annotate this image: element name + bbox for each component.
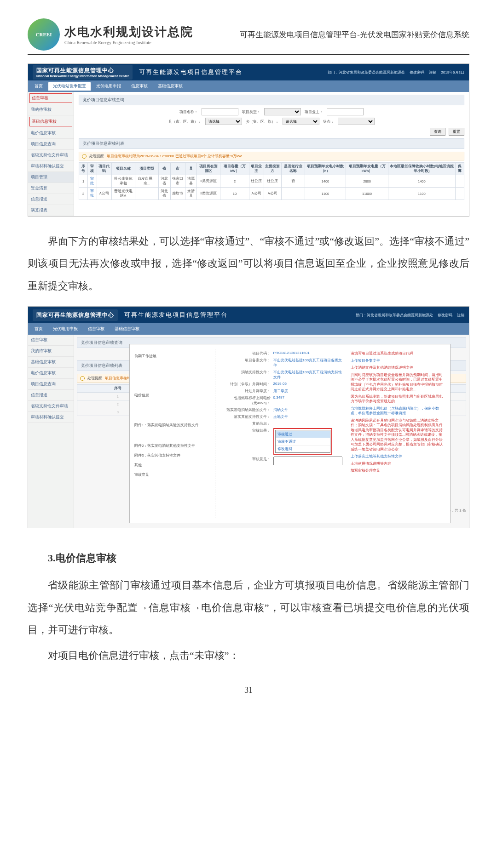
label-project-type: 项目类型：	[242, 109, 260, 114]
dropdown-option[interactable]: 修改退回	[276, 445, 330, 452]
tab2-home[interactable]: 首页	[30, 325, 47, 333]
modal-sec-progress: 前期工作进展	[134, 354, 211, 359]
body-text-1: 界面下方的审核结果处，可以选择“审核通过”、“审核不通过”或“修改返回”。选择“…	[28, 230, 469, 297]
table-col-header: 项目业主	[249, 163, 264, 175]
dropdown-option[interactable]: 审核通过	[276, 430, 330, 438]
table-cell[interactable]: 审批	[88, 175, 97, 188]
app-title: 可再生能源发电项目信息管理平台	[139, 68, 243, 76]
brand-en: National Renewable Energy Information Ma…	[36, 74, 129, 78]
table-cell: 2	[79, 188, 88, 200]
table-cell[interactable]: 审批	[88, 188, 97, 200]
sidebar-item-report[interactable]: 信息报送	[28, 194, 74, 205]
table-cell: 1100	[388, 188, 455, 200]
tab2-basic[interactable]: 基础信息审核	[110, 325, 144, 333]
tab-pv-declare[interactable]: 光伏电用申报	[92, 82, 126, 91]
org-name: 水电水利规划设计总院 China Renewable Energy Engine…	[64, 24, 193, 45]
table-cell: 2800	[346, 175, 388, 188]
sidebar-item-basic-review[interactable]: 基础信息审核	[29, 117, 72, 126]
table-row[interactable]: 1审批杜公庄集体承包自发自用、余...河北省张家口市沽源县II类资源区2杜公庄杜…	[79, 175, 464, 188]
sidebar-item[interactable]: 项目信息查询	[28, 379, 74, 390]
creei-logo: CREEI	[28, 18, 60, 51]
logout-link[interactable]: 注销	[429, 70, 436, 75]
change-password-link[interactable]: 修改密码	[410, 70, 424, 75]
sidebar-item-pending[interactable]: 我的待审核	[28, 104, 74, 115]
select-county[interactable]: 请选择	[205, 118, 242, 125]
modal-right-col: 请填写项目通过运系统生成的项目代码上传项目备案文件上传消纳文件及其他消纳情况说明…	[347, 349, 445, 518]
select-village[interactable]: 请选择	[283, 118, 319, 125]
table-cell	[97, 175, 111, 188]
modal-field-value: 2019-06	[273, 382, 342, 387]
sidebar-item[interactable]: 审核材料确认提交	[28, 412, 74, 423]
sidebar-item[interactable]: 我的待审核	[28, 346, 74, 357]
table-col-header: 本地区最低保障收购小时数(电地区填报年小时数)	[388, 163, 455, 175]
tab2-review[interactable]: 信息审核	[83, 325, 109, 333]
app-topbar-2: 国家可再生能源信息管理中心 可再生能源发电项目信息管理平台 部门：河北省发展和改…	[28, 307, 469, 323]
table-cell	[455, 175, 464, 188]
table-cell: 永清县	[185, 188, 197, 200]
sidebar-item[interactable]: 信息报送	[28, 390, 74, 401]
input-project-name[interactable]	[202, 108, 238, 115]
sidebar-item-project-query[interactable]: 项目信息查询	[28, 139, 74, 150]
select-status[interactable]	[338, 118, 375, 125]
dept-label-2: 部门：河北省发展和改革委员会能源局新能源处	[356, 313, 433, 318]
modal-note: 填写审核处理意见	[351, 468, 445, 474]
tab-pv-config[interactable]: 光伏电站竞争配置	[48, 82, 91, 91]
table-col-header: 项目预期年发电量（万kWh）	[346, 163, 388, 175]
table-col-header: 省	[158, 163, 170, 175]
table-cell: 杜公庄	[264, 175, 281, 188]
sidebar-item[interactable]: 省级支持性文件审核	[28, 401, 74, 412]
dropdown-option[interactable]: 审核不通过	[276, 438, 330, 445]
review-result-dropdown[interactable]: 审核通过审核不通过修改退回	[275, 430, 330, 453]
modal-note: 上传消纳文件及其他消纳情况说明文件	[351, 365, 445, 371]
modal-field-row: 计划（争取）并网时间：2019-06	[220, 382, 342, 387]
modal-note: 请消纳风险承诺开具的电网企业与省级能…消纳支持文件；消纳文牍：工具名的项目消纳风…	[351, 418, 445, 452]
status-strip: 处理提醒 项目信息审核时限为2019-06-04 12:00:00 已通过审核项…	[79, 152, 464, 160]
sidebar-group-info-review[interactable]: 信息审核	[29, 93, 72, 103]
sidebar-item[interactable]: 基础信息审核	[28, 357, 74, 368]
app-title-2: 可再生能源发电项目信息管理平台	[124, 311, 228, 319]
main-area: 竞价项目信息审核查询 项目名称： 项目类型： 项目业主： 县（市、区、旗）：请选…	[74, 92, 469, 216]
query-button[interactable]: 查询	[430, 128, 445, 136]
review-opinion-label: 审核意见：	[220, 457, 271, 465]
sidebar-item-calc[interactable]: 演算报表	[28, 205, 74, 216]
logout-link-2[interactable]: 注销	[457, 313, 464, 318]
brand-cn-2: 国家可再生能源信息管理中心	[36, 312, 114, 318]
change-password-link-2[interactable]: 修改密码	[438, 313, 452, 318]
sidebar-item-price-review[interactable]: 电价信息审核	[28, 128, 74, 139]
sidebar-item-fund[interactable]: 资金清算	[28, 183, 74, 194]
table-row[interactable]: 2审批A公司普通光伏电站A河北省廊坊市永清县II类资源区10A公司A公司1100…	[79, 188, 464, 200]
brand-cn: 国家可再生能源信息管理中心	[36, 67, 114, 74]
tab2-declare[interactable]: 光伏电用申报	[48, 325, 82, 333]
select-project-type[interactable]	[264, 108, 301, 115]
body-text-2: 省级能源主管部门审核通过项目基本信息后，企业方可填报项目电价信息。省级能源主管部…	[28, 574, 469, 667]
dept-label: 部门：河北省发展和改革委员会能源局新能源处	[328, 70, 405, 75]
sidebar-item-province-file[interactable]: 省级支持性文件审核	[28, 150, 74, 161]
table-cell: 2	[220, 175, 249, 188]
table-col-header: 是否老行业名称	[281, 163, 305, 175]
tab-home[interactable]: 首页	[30, 82, 47, 91]
table-col-header: 保障	[455, 163, 464, 175]
modal-left-col: 前期工作进展 电价信息 附件1：落实发电消纳风险的支持性文件 附件2：落实发电消…	[134, 349, 215, 518]
page-header: CREEI 水电水利规划设计总院 China Renewable Energy …	[28, 18, 469, 55]
reset-button[interactable]: 重置	[449, 128, 464, 136]
tab-info-review[interactable]: 信息审核	[127, 82, 152, 91]
table-cell: 河北省	[158, 188, 170, 200]
modal-field-value: 平山光伏电站基建100兆瓦工程消纳支持性文件	[273, 370, 342, 380]
brand-badge: 国家可再生能源信息管理中心 National Renewable Energy …	[33, 65, 133, 80]
modal-field-label: 落实其他支持性文件：	[220, 414, 271, 419]
table-cell: 河北省	[158, 175, 170, 188]
modal-field-row: 项目备案文件：平山光伏电站基建100兆瓦工程项目备案文件	[220, 358, 342, 368]
tab-basic-review[interactable]: 基础信息审核	[153, 82, 187, 91]
sidebar-item-submit-confirm[interactable]: 审核材料确认提交	[28, 161, 74, 172]
modal-field-value: 第二季度	[273, 388, 342, 394]
sidebar-item[interactable]: 信息审核	[28, 335, 74, 346]
screenshot-1: 国家可再生能源信息管理中心 National Renewable Energy …	[28, 63, 469, 217]
org-logo-block: CREEI 水电水利规划设计总院 China Renewable Energy …	[28, 18, 193, 51]
input-owner[interactable]	[327, 108, 364, 115]
sidebar-item[interactable]: 电价信息审核	[28, 368, 74, 379]
table-col-header: 市	[170, 163, 185, 175]
screenshot-2: 国家可再生能源信息管理中心 可再生能源发电项目信息管理平台 部门：河北省发展和改…	[28, 306, 469, 528]
table-cell: 10	[220, 188, 249, 200]
modal-field-label: 落实发电消纳风险的文件：	[220, 407, 271, 412]
review-opinion-input[interactable]	[273, 457, 342, 465]
